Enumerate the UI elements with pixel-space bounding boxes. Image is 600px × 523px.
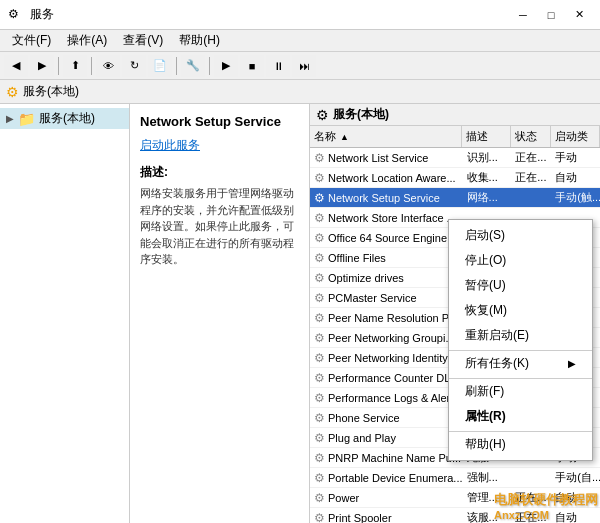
menu-view[interactable]: 查看(V): [115, 30, 171, 51]
service-row-icon: ⚙: [314, 251, 325, 265]
export-button[interactable]: 📄: [148, 55, 172, 77]
service-row-icon: ⚙: [314, 391, 325, 405]
service-row[interactable]: ⚙Print Spooler该服...正在...自动: [310, 508, 600, 523]
service-row-name: ⚙Performance Logs & Aler...: [310, 388, 463, 407]
service-row-icon: ⚙: [314, 211, 325, 225]
service-info-panel: Network Setup Service 启动此服务 描述: 网络安装服务用于…: [130, 104, 310, 523]
properties-button[interactable]: 🔧: [181, 55, 205, 77]
service-row-desc: 识别...: [463, 148, 512, 167]
service-row-icon: ⚙: [314, 471, 325, 485]
service-row-desc: 收集...: [463, 168, 512, 187]
service-row-name: ⚙Portable Device Enumera...: [310, 468, 463, 487]
menu-action[interactable]: 操作(A): [59, 30, 115, 51]
service-row[interactable]: ⚙Power管理...正在...自动: [310, 488, 600, 508]
context-menu-item[interactable]: 暂停(U): [449, 273, 592, 298]
context-menu-item[interactable]: 停止(O): [449, 248, 592, 273]
service-row[interactable]: ⚙Network Location Aware...收集...正在...自动: [310, 168, 600, 188]
context-menu-item[interactable]: 恢复(M): [449, 298, 592, 323]
service-row-name: ⚙Offline Files: [310, 248, 463, 267]
service-row-name: ⚙Network Location Aware...: [310, 168, 463, 187]
tree-panel: ▶ 📁 服务(本地): [0, 104, 130, 523]
services-list-header: ⚙ 服务(本地): [310, 104, 600, 126]
service-row-desc: 管理...: [463, 488, 512, 507]
play-button[interactable]: ▶: [214, 55, 238, 77]
service-row-name: ⚙Plug and Play: [310, 428, 463, 447]
resume-button[interactable]: ⏭: [292, 55, 316, 77]
column-headers: 名称 ▲ 描述 状态 启动类: [310, 126, 600, 148]
service-row-status: 正在...: [511, 148, 551, 167]
toolbar-sep-3: [176, 57, 177, 75]
col-header-name[interactable]: 名称 ▲: [310, 126, 462, 147]
context-menu-item-label: 启动(S): [465, 227, 505, 244]
service-row-icon: ⚙: [314, 491, 325, 505]
context-menu-item[interactable]: 启动(S): [449, 223, 592, 248]
context-menu-item[interactable]: 刷新(F): [449, 378, 592, 404]
service-row-icon: ⚙: [314, 511, 325, 524]
refresh-button[interactable]: ↻: [122, 55, 146, 77]
tree-item-label: 服务(本地): [39, 110, 95, 127]
service-row-desc: 该服...: [463, 508, 512, 523]
service-row-icon: ⚙: [314, 171, 325, 185]
service-desc-text: 网络安装服务用于管理网络驱动程序的安装，并允许配置低级别网络设置。如果停止此服务…: [140, 185, 299, 268]
menu-help[interactable]: 帮助(H): [171, 30, 228, 51]
service-row-startup: 自动: [551, 508, 600, 523]
back-button[interactable]: ◀: [4, 55, 28, 77]
service-row-icon: ⚙: [314, 451, 325, 465]
service-row-icon: ⚙: [314, 311, 325, 325]
service-info-title: Network Setup Service: [140, 114, 299, 129]
menu-bar: 文件(F) 操作(A) 查看(V) 帮助(H): [0, 30, 600, 52]
col-header-desc[interactable]: 描述: [462, 126, 511, 147]
service-row-name: ⚙Peer Networking Groupi...: [310, 328, 463, 347]
maximize-button[interactable]: □: [538, 5, 564, 25]
service-row-icon: ⚙: [314, 271, 325, 285]
main-container: ▶ 📁 服务(本地) Network Setup Service 启动此服务 描…: [0, 104, 600, 523]
col-header-status[interactable]: 状态: [511, 126, 551, 147]
context-menu-item[interactable]: 帮助(H): [449, 431, 592, 457]
service-row[interactable]: ⚙Network List Service识别...正在...手动: [310, 148, 600, 168]
service-row-icon: ⚙: [314, 151, 325, 165]
breadcrumb-bar: ⚙ 服务(本地): [0, 80, 600, 104]
pause-button[interactable]: ⏸: [266, 55, 290, 77]
toolbar-sep-2: [91, 57, 92, 75]
service-row-status: [511, 468, 551, 487]
col-header-startup[interactable]: 启动类: [551, 126, 600, 147]
context-menu-item[interactable]: 属性(R): [449, 404, 592, 429]
close-button[interactable]: ✕: [566, 5, 592, 25]
app-icon: ⚙: [8, 7, 24, 23]
forward-button[interactable]: ▶: [30, 55, 54, 77]
service-row-name: ⚙Peer Name Resolution Pr...: [310, 308, 463, 327]
service-row-name: ⚙Print Spooler: [310, 508, 463, 523]
context-menu-item-label: 刷新(F): [465, 383, 504, 400]
menu-file[interactable]: 文件(F): [4, 30, 59, 51]
service-row-status: [511, 188, 551, 207]
context-menu-item-label: 恢复(M): [465, 302, 507, 319]
service-row-icon: ⚙: [314, 191, 325, 205]
show-hide-button[interactable]: 👁: [96, 55, 120, 77]
service-row-icon: ⚙: [314, 231, 325, 245]
service-row-status: 正在...: [511, 508, 551, 523]
service-row-name: ⚙Network Store Interface ...: [310, 208, 463, 227]
service-row-startup: 手动(触...: [551, 188, 600, 207]
service-row[interactable]: ⚙Portable Device Enumera...强制...手动(自...: [310, 468, 600, 488]
service-info-link[interactable]: 启动此服务: [140, 137, 299, 154]
service-row[interactable]: ⚙Network Setup Service网络...手动(触...: [310, 188, 600, 208]
service-row-name: ⚙Optimize drives: [310, 268, 463, 287]
up-button[interactable]: ⬆: [63, 55, 87, 77]
tree-item-local[interactable]: ▶ 📁 服务(本地): [0, 108, 129, 129]
context-menu-item-label: 所有任务(K): [465, 355, 529, 372]
minimize-button[interactable]: ─: [510, 5, 536, 25]
service-row-name: ⚙PCMaster Service: [310, 288, 463, 307]
context-menu-item-label: 属性(R): [465, 408, 506, 425]
service-row-name: ⚙Power: [310, 488, 463, 507]
window-title: 服务: [30, 6, 54, 23]
service-row-startup: 自动: [551, 488, 600, 507]
toolbar-sep-4: [209, 57, 210, 75]
context-menu-item-label: 暂停(U): [465, 277, 506, 294]
stop-button[interactable]: ■: [240, 55, 264, 77]
context-menu-item[interactable]: 重新启动(E): [449, 323, 592, 348]
toolbar-sep-1: [58, 57, 59, 75]
tree-arrow: ▶: [6, 113, 14, 124]
context-menu-item[interactable]: 所有任务(K)▶: [449, 350, 592, 376]
services-header-text: 服务(本地): [333, 106, 389, 123]
service-row-name: ⚙Network List Service: [310, 148, 463, 167]
